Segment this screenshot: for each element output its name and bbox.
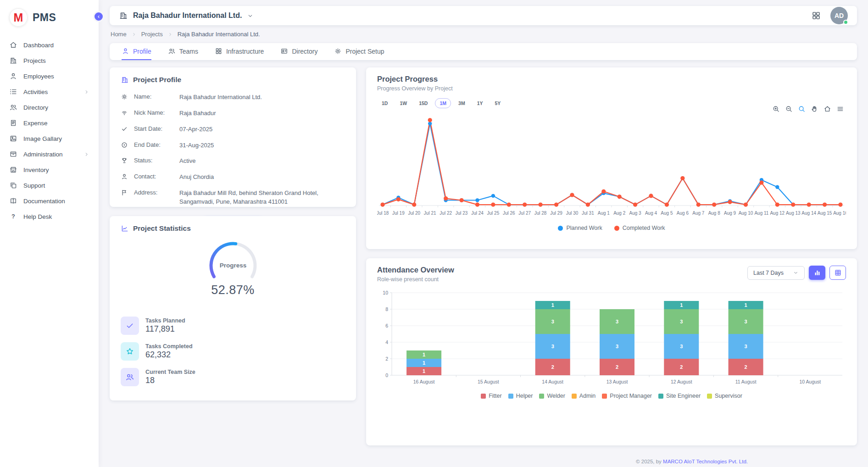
sidebar-item-documentation[interactable]: Documentation	[0, 194, 99, 208]
sidebar-item-label: Support	[23, 182, 45, 189]
legend-fitter[interactable]: Fitter	[481, 393, 501, 399]
sidebar-item-inventory[interactable]: Inventory	[0, 162, 99, 177]
svg-text:Aug 16: Aug 16	[833, 211, 846, 216]
store-icon	[9, 166, 17, 174]
legend-supervisor[interactable]: Supervisor	[707, 393, 742, 399]
apps-grid-button[interactable]	[811, 11, 821, 21]
attendance-card-title: Attendance Overview	[377, 266, 454, 274]
sidebar-item-image-gallary[interactable]: Image Gallary	[0, 131, 99, 146]
company-selector[interactable]: Raja Bahadur International Ltd.	[119, 11, 254, 20]
toolbar-search-button[interactable]	[798, 105, 806, 113]
tab-label: Project Setup	[345, 48, 384, 55]
tab-project-setup[interactable]: Project Setup	[334, 43, 384, 60]
range-button-3m[interactable]: 3M	[454, 98, 470, 108]
app-root: M PMS DashboardProjectsEmployeesActiviti…	[0, 0, 868, 467]
date-range-select[interactable]: Last 7 Days	[747, 266, 805, 280]
toolbar-pan-button[interactable]	[811, 105, 818, 113]
progress-gauge-arc: Progress	[121, 237, 345, 283]
table-view-button[interactable]	[829, 266, 846, 280]
sidebar-item-label: Inventory	[23, 167, 49, 173]
field-value: Raja Bahadur	[179, 109, 216, 118]
field-value: 07-Apr-2025	[179, 125, 212, 134]
grid-icon	[215, 47, 223, 55]
main-area: Raja Bahadur International Ltd. AD HomeP…	[99, 0, 868, 467]
toolbar-home-button[interactable]	[823, 105, 831, 113]
svg-text:3: 3	[616, 344, 618, 349]
breadcrumb-item-home[interactable]: Home	[111, 31, 127, 38]
range-button-15d[interactable]: 15D	[414, 98, 432, 108]
chart-view-button[interactable]	[809, 266, 825, 280]
sidebar-item-expense[interactable]: Expense	[0, 116, 99, 130]
svg-text:3: 3	[745, 319, 747, 324]
progress-card-subtitle: Progress Overview by Project	[377, 85, 846, 92]
svg-text:Aug 15: Aug 15	[818, 211, 832, 216]
sidebar-item-label: Image Gallary	[23, 135, 62, 142]
legend-helper[interactable]: Helper	[508, 393, 533, 399]
range-button-1w[interactable]: 1W	[395, 98, 412, 108]
svg-text:11 August: 11 August	[735, 379, 757, 384]
svg-text:Jul 21: Jul 21	[424, 211, 436, 216]
toolbar-zoom-out-button[interactable]	[785, 105, 793, 113]
chev-right-icon	[167, 32, 173, 37]
breadcrumb-item-projects[interactable]: Projects	[141, 31, 163, 38]
tab-directory[interactable]: Directory	[280, 43, 317, 60]
tab-infrastructure[interactable]: Infrastructure	[215, 43, 264, 60]
profile-field-start-date: Start Date:07-Apr-2025	[121, 122, 345, 138]
tab-profile[interactable]: Profile	[122, 43, 151, 60]
sidebar-item-activities[interactable]: Activities	[0, 84, 99, 99]
sidebar-item-projects[interactable]: Projects	[0, 53, 99, 68]
legend-site-engineer[interactable]: Site Engineer	[658, 393, 701, 399]
svg-text:3: 3	[551, 319, 554, 324]
svg-text:Aug 6: Aug 6	[677, 211, 689, 216]
profile-field-name: Name:Raja Bahadur International Ltd.	[121, 89, 345, 106]
image-icon	[9, 134, 17, 143]
svg-text:Aug 10: Aug 10	[739, 211, 753, 216]
legend-project-manager[interactable]: Project Manager	[602, 393, 652, 399]
online-status-dot	[843, 20, 848, 25]
person-icon	[122, 47, 129, 55]
toolbar-menu-button[interactable]	[836, 105, 844, 113]
footer-company-link[interactable]: MARCO AIoT Technologies Pvt. Ltd.	[663, 459, 748, 464]
sidebar-collapse-button[interactable]: ‹	[93, 11, 104, 22]
legend-admin[interactable]: Admin	[572, 393, 595, 399]
progress-line-chart: Jul 18Jul 19Jul 20Jul 21Jul 22Jul 23Jul …	[377, 111, 846, 223]
sidebar-item-administration[interactable]: Administration	[0, 147, 99, 161]
attendance-header: Attendance Overview Role-wise present co…	[377, 266, 846, 283]
field-label: Nick Name:	[134, 109, 173, 116]
stat-label: Tasks Planned	[145, 317, 185, 324]
sidebar-item-dashboard[interactable]: Dashboard	[0, 38, 99, 52]
copy-icon	[9, 181, 17, 189]
range-button-1y[interactable]: 1Y	[473, 98, 488, 108]
svg-text:3: 3	[551, 344, 554, 349]
person-icon	[9, 72, 17, 80]
gear-icon	[121, 93, 128, 100]
profile-field-status: Status:Active	[121, 153, 345, 169]
user-avatar[interactable]: AD	[830, 7, 848, 24]
progress-gauge: Progress 52.87%	[121, 237, 345, 297]
legend-completed-work[interactable]: Completed Work	[614, 225, 665, 231]
sidebar-item-support[interactable]: Support	[0, 178, 99, 193]
stat-tasks-planned: Tasks Planned117,891	[121, 317, 345, 335]
sidebar-item-help-desk[interactable]: ?Help Desk	[0, 209, 99, 224]
sidebar-item-directory[interactable]: Directory	[0, 100, 99, 115]
breadcrumb: HomeProjectsRaja Bahadur International L…	[110, 25, 857, 43]
svg-text:10 August: 10 August	[800, 379, 821, 384]
chev-down-icon	[247, 12, 254, 19]
field-label: Contact:	[134, 173, 173, 180]
legend-planned-work[interactable]: Planned Work	[558, 225, 602, 231]
svg-text:Jul 18: Jul 18	[377, 211, 389, 216]
tab-bar: ProfileTeamsInfrastructureDirectoryProje…	[110, 43, 857, 60]
sidebar-item-employees[interactable]: Employees	[0, 69, 99, 83]
stat-value: 62,332	[145, 350, 193, 360]
building-icon	[121, 76, 129, 84]
profile-field-nick-name: Nick Name:Raja Bahadur	[121, 106, 345, 122]
range-button-5y[interactable]: 5Y	[490, 98, 505, 108]
svg-text:Jul 27: Jul 27	[518, 211, 531, 216]
legend-welder[interactable]: Welder	[539, 393, 565, 399]
tab-label: Profile	[133, 48, 151, 55]
range-button-1d[interactable]: 1D	[377, 98, 392, 108]
toolbar-zoom-in-button[interactable]	[772, 105, 780, 113]
range-button-1m[interactable]: 1M	[435, 98, 451, 108]
tab-teams[interactable]: Teams	[168, 43, 198, 60]
building-icon	[9, 56, 17, 65]
